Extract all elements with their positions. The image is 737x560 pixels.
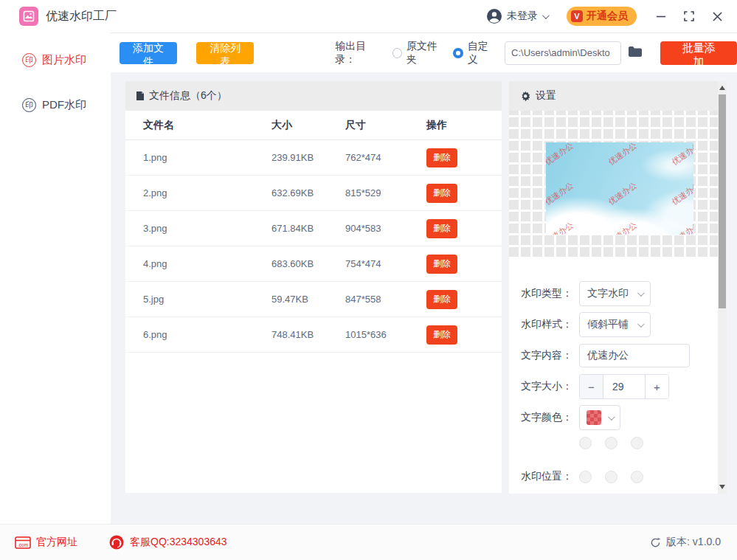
- delete-button[interactable]: 删除: [426, 325, 457, 345]
- delete-button[interactable]: 删除: [426, 184, 457, 203]
- document-icon: [136, 91, 145, 101]
- sidebar-item-image-watermark[interactable]: 印 图片水印: [0, 43, 111, 77]
- watermark-type-row: 水印类型： 文字水印: [509, 281, 718, 306]
- chevron-down-icon: [542, 12, 550, 19]
- headset-icon: [108, 534, 125, 550]
- user-icon: [486, 8, 502, 24]
- decrease-size-button[interactable]: −: [580, 375, 603, 398]
- login-label: 未登录: [507, 10, 538, 23]
- radio-selected-icon: [453, 48, 463, 58]
- position-radio[interactable]: [579, 471, 592, 483]
- sidebar: 印 图片水印 印 PDF水印: [0, 32, 111, 524]
- delete-button[interactable]: 删除: [426, 148, 457, 167]
- table-header-row: 文件名 大小 尺寸 操作: [125, 111, 502, 140]
- output-dir-label: 输出目录：: [335, 40, 383, 66]
- login-menu[interactable]: 未登录: [486, 8, 547, 24]
- support-qq-link[interactable]: 客服QQ:3234303643: [108, 534, 227, 550]
- file-table-panel: 文件信息（6个） 文件名 大小 尺寸 操作 1.png 239.91KB 762…: [125, 81, 502, 493]
- file-info-header: 文件信息（6个）: [125, 81, 502, 111]
- table-row: 1.png 239.91KB 762*474 删除: [125, 140, 502, 176]
- table-row: 2.png 632.69KB 815*529 删除: [125, 176, 502, 211]
- add-files-button[interactable]: 添加文件: [120, 42, 177, 64]
- app-logo-icon: [19, 7, 38, 26]
- chevron-down-icon: [608, 413, 615, 421]
- chevron-down-icon: [637, 289, 645, 297]
- toolbar: 添加文件 清除列表 输出目录： 原文件夹 自定义 批量添加: [111, 32, 737, 72]
- increase-size-button[interactable]: +: [645, 375, 668, 398]
- scroll-down-icon[interactable]: [719, 485, 725, 489]
- folder-icon: [628, 46, 643, 58]
- watermark-style-row: 水印样式： 倾斜平铺: [509, 312, 718, 337]
- scroll-up-icon[interactable]: [719, 86, 725, 90]
- settings-header: 设置: [509, 81, 718, 111]
- delete-button[interactable]: 删除: [426, 219, 457, 238]
- scrollbar-thumb[interactable]: [719, 94, 726, 308]
- watermark-position-row: 水印位置：: [509, 464, 718, 489]
- refresh-icon: [650, 537, 661, 548]
- app-title: 优速水印工厂: [46, 9, 117, 24]
- stamp-icon: 印: [22, 98, 36, 112]
- text-content-row: 文字内容：: [509, 343, 718, 368]
- browse-folder-button[interactable]: [628, 46, 643, 60]
- table-row: 5.jpg 59.47KB 847*558 删除: [125, 282, 502, 317]
- delete-button[interactable]: 删除: [426, 290, 457, 309]
- delete-button[interactable]: 删除: [426, 255, 457, 274]
- position-radio[interactable]: [605, 471, 617, 483]
- website-icon: .com: [15, 536, 31, 549]
- official-website-link[interactable]: .com 官方网址: [15, 536, 77, 549]
- output-path-input[interactable]: [505, 41, 621, 65]
- position-radio[interactable]: [631, 471, 643, 483]
- radio-custom-folder[interactable]: 自定义: [453, 40, 496, 66]
- table-row: 3.png 671.84KB 904*583 删除: [125, 211, 502, 246]
- col-dim: 尺寸: [345, 119, 426, 132]
- vip-icon: V: [571, 10, 583, 22]
- col-filename: 文件名: [125, 119, 271, 132]
- footer: .com 官方网址 客服QQ:3234303643 版本: v1.0.0: [0, 524, 737, 560]
- stamp-icon: 印: [22, 53, 36, 67]
- watermark-style-select[interactable]: 倾斜平铺: [579, 312, 651, 337]
- table-row: 4.png 683.60KB 754*474 删除: [125, 246, 502, 282]
- maximize-button[interactable]: [678, 5, 700, 27]
- col-size: 大小: [271, 119, 345, 132]
- col-action: 操作: [426, 119, 500, 132]
- settings-panel: 设置 优速办公 优速办公 优速办公 优速办公 优速办公 优速办公 优速办公 优速…: [509, 81, 727, 494]
- minimize-button[interactable]: [650, 5, 672, 27]
- font-size-stepper: − 29 +: [579, 374, 669, 399]
- chevron-down-icon: [637, 320, 645, 328]
- sidebar-item-pdf-watermark[interactable]: 印 PDF水印: [0, 88, 111, 122]
- position-radio[interactable]: [579, 437, 592, 449]
- radio-circle-icon: [392, 48, 402, 58]
- table-row: 6.png 748.41KB 1015*636 删除: [125, 317, 502, 353]
- title-bar: 优速水印工厂 未登录 V 开通会员: [0, 0, 737, 32]
- sidebar-item-label: 图片水印: [42, 53, 86, 67]
- color-swatch: [587, 410, 601, 425]
- settings-scrollbar[interactable]: [718, 81, 727, 494]
- svg-text:.com: .com: [18, 542, 28, 547]
- radio-original-folder[interactable]: 原文件夹: [392, 40, 445, 66]
- version-info: 版本: v1.0.0: [650, 536, 721, 549]
- watermark-preview-image: 优速办公 优速办公 优速办公 优速办公 优速办公 优速办公 优速办公 优速办公 …: [546, 142, 693, 235]
- open-vip-button[interactable]: V 开通会员: [567, 7, 637, 26]
- position-radio[interactable]: [631, 437, 643, 449]
- text-size-row: 文字大小： − 29 +: [509, 374, 718, 399]
- text-color-row: 文字颜色：: [509, 405, 718, 430]
- sidebar-item-label: PDF水印: [42, 98, 86, 112]
- position-radio-row: [579, 437, 643, 449]
- gear-icon: [519, 91, 530, 102]
- watermark-text-input[interactable]: [579, 344, 690, 367]
- close-button[interactable]: [706, 5, 728, 27]
- position-radio[interactable]: [605, 437, 617, 449]
- watermark-type-select[interactable]: 文字水印: [579, 281, 651, 306]
- clear-list-button[interactable]: 清除列表: [196, 42, 254, 64]
- batch-add-button[interactable]: 批量添加: [660, 41, 737, 65]
- font-size-value: 29: [603, 375, 645, 398]
- color-picker-button[interactable]: [579, 405, 620, 430]
